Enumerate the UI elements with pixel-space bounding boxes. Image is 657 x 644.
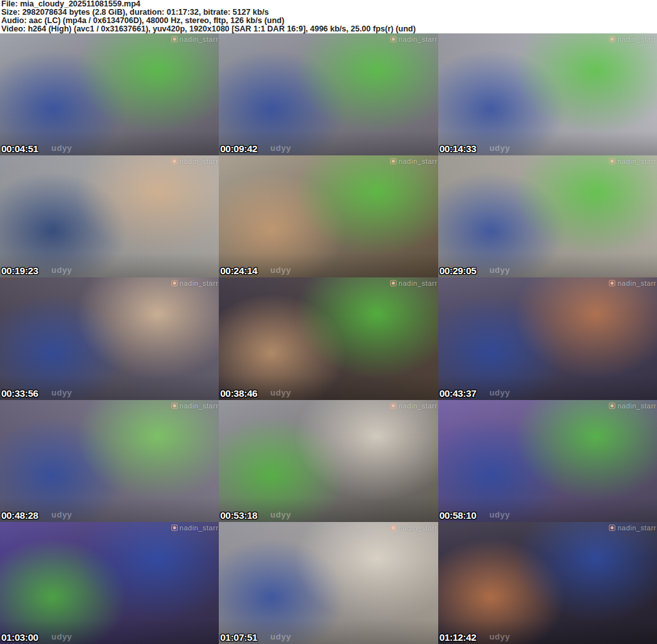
video-thumbnail: nadin_starr udyy 01:07:51 (219, 522, 438, 644)
timestamp-overlay: 01:07:51 (220, 632, 257, 643)
watermark-fragment: udyy (270, 265, 291, 275)
top-right-watermark: nadin_starr (609, 402, 656, 410)
top-right-watermark: nadin_starr (390, 524, 438, 532)
instagram-icon (171, 403, 178, 409)
timestamp-overlay: 00:29:05 (439, 265, 477, 276)
top-right-watermark: nadin_starr (171, 279, 219, 287)
top-right-watermark: nadin_starr (609, 35, 656, 43)
watermark-fragment: udyy (51, 510, 72, 519)
instagram-icon (609, 403, 615, 409)
watermark-fragment: udyy (270, 510, 291, 519)
watermark-text: nadin_starr (180, 35, 219, 43)
instagram-icon (390, 36, 397, 42)
watermark-text: nadin_starr (180, 279, 219, 287)
top-right-watermark: nadin_starr (171, 157, 219, 165)
instagram-icon (609, 158, 615, 164)
top-right-watermark: nadin_starr (609, 279, 656, 287)
timestamp-overlay: 00:19:23 (1, 265, 38, 276)
instagram-icon (390, 525, 397, 531)
file-info-header: File: mia_cloudy_202511081559.mp4 Size: … (0, 0, 657, 33)
watermark-text: nadin_starr (180, 402, 219, 410)
video-thumbnail: nadin_starr udyy 00:43:37 (438, 277, 657, 399)
watermark-text: nadin_starr (398, 402, 438, 410)
instagram-icon (171, 280, 178, 286)
video-thumbnail: nadin_starr udyy 00:29:05 (438, 155, 657, 277)
video-thumbnail: nadin_starr udyy 01:12:42 (438, 522, 657, 644)
instagram-icon (390, 158, 397, 164)
watermark-text: nadin_starr (617, 157, 656, 165)
video-thumbnail: nadin_starr udyy 00:38:46 (219, 277, 438, 399)
video-info-line: Video: h264 (High) (avc1 / 0x31637661), … (1, 25, 657, 33)
watermark-text: nadin_starr (617, 402, 656, 410)
top-right-watermark: nadin_starr (390, 402, 438, 410)
timestamp-overlay: 00:14:33 (439, 143, 477, 154)
watermark-text: nadin_starr (180, 524, 219, 532)
watermark-text: nadin_starr (617, 35, 656, 43)
timestamp-overlay: 01:12:42 (439, 632, 477, 643)
video-thumbnail: nadin_starr udyy 01:03:00 (0, 522, 219, 644)
instagram-icon (171, 525, 178, 531)
watermark-text: nadin_starr (617, 279, 656, 287)
instagram-icon (390, 280, 397, 286)
watermark-fragment: udyy (51, 143, 72, 153)
instagram-icon (171, 158, 178, 164)
video-thumbnail: nadin_starr udyy 00:58:10 (438, 400, 657, 522)
timestamp-overlay: 00:04:51 (1, 143, 38, 154)
top-right-watermark: nadin_starr (171, 524, 219, 532)
timestamp-overlay: 00:38:46 (220, 388, 257, 399)
timestamp-overlay: 00:53:18 (220, 510, 257, 521)
timestamp-overlay: 00:09:42 (220, 143, 257, 154)
video-thumbnail: nadin_starr udyy 00:33:56 (0, 277, 219, 399)
watermark-text: nadin_starr (398, 524, 438, 532)
timestamp-overlay: 01:03:00 (1, 632, 38, 643)
video-thumbnail: nadin_starr udyy 00:04:51 (0, 33, 219, 155)
top-right-watermark: nadin_starr (390, 157, 438, 165)
instagram-icon (609, 280, 615, 286)
instagram-icon (171, 36, 178, 42)
timestamp-overlay: 00:43:37 (439, 388, 477, 399)
watermark-fragment: udyy (51, 265, 72, 275)
watermark-text: nadin_starr (180, 157, 219, 165)
video-thumbnail: nadin_starr udyy 00:14:33 (438, 33, 657, 155)
timestamp-overlay: 00:58:10 (439, 510, 477, 521)
timestamp-overlay: 00:33:56 (1, 388, 38, 399)
thumbnail-grid: nadin_starr udyy 00:04:51 nadin_starr ud… (0, 33, 657, 644)
video-thumbnail: nadin_starr udyy 00:19:23 (0, 155, 219, 277)
watermark-text: nadin_starr (398, 157, 438, 165)
video-thumbnail: nadin_starr udyy 00:48:28 (0, 400, 219, 522)
watermark-fragment: udyy (490, 265, 510, 275)
contact-sheet: File: mia_cloudy_202511081559.mp4 Size: … (0, 0, 657, 644)
top-right-watermark: nadin_starr (171, 35, 219, 43)
watermark-text: nadin_starr (398, 279, 438, 287)
top-right-watermark: nadin_starr (171, 402, 219, 410)
watermark-fragment: udyy (51, 388, 72, 397)
instagram-icon (609, 525, 615, 531)
watermark-fragment: udyy (270, 388, 291, 397)
video-thumbnail: nadin_starr udyy 00:53:18 (219, 400, 438, 522)
watermark-fragment: udyy (51, 632, 72, 641)
top-right-watermark: nadin_starr (609, 157, 656, 165)
instagram-icon (390, 403, 397, 409)
top-right-watermark: nadin_starr (609, 524, 656, 532)
top-right-watermark: nadin_starr (390, 35, 438, 43)
watermark-fragment: udyy (490, 143, 510, 153)
timestamp-overlay: 00:48:28 (1, 510, 38, 521)
top-right-watermark: nadin_starr (390, 279, 438, 287)
video-thumbnail: nadin_starr udyy 00:09:42 (219, 33, 438, 155)
watermark-text: nadin_starr (617, 524, 656, 532)
watermark-fragment: udyy (490, 388, 510, 397)
watermark-text: nadin_starr (398, 35, 438, 43)
video-thumbnail: nadin_starr udyy 00:24:14 (219, 155, 438, 277)
timestamp-overlay: 00:24:14 (220, 265, 257, 276)
watermark-fragment: udyy (490, 510, 510, 519)
instagram-icon (609, 36, 615, 42)
watermark-fragment: udyy (270, 632, 291, 641)
watermark-fragment: udyy (490, 632, 510, 641)
watermark-fragment: udyy (270, 143, 291, 153)
